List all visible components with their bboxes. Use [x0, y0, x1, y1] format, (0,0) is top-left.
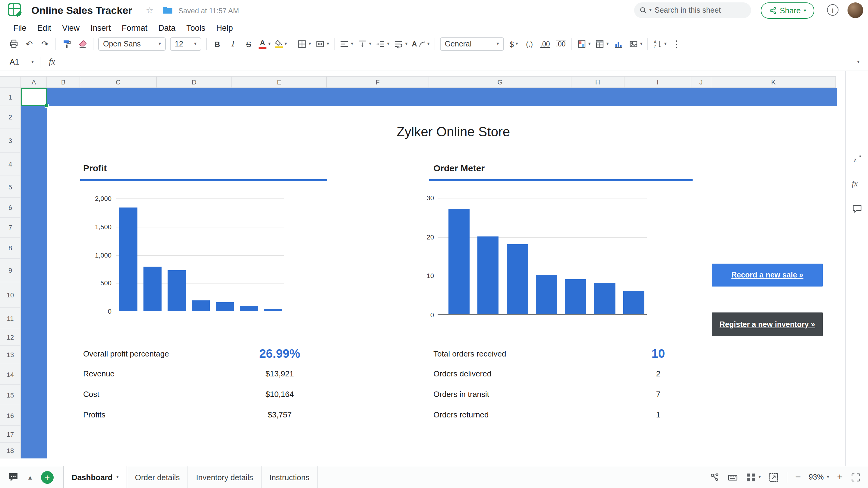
clear-format-button[interactable]	[75, 36, 90, 52]
fullscreen-icon[interactable]	[850, 472, 861, 482]
conditional-format-button[interactable]: ▾	[575, 36, 592, 52]
table-button[interactable]: ▾	[593, 36, 611, 52]
row-header-11[interactable]: 11	[0, 308, 21, 329]
collaborators-icon[interactable]	[710, 472, 720, 482]
number-format-select[interactable]: General ▾	[440, 37, 504, 51]
horizontal-align-button[interactable]: ▾	[338, 36, 355, 52]
increase-decimal-button[interactable]: .00	[553, 36, 568, 52]
bold-button[interactable]: B	[210, 36, 225, 52]
action-button-1[interactable]: Register a new inventory »	[712, 313, 823, 336]
column-header-F[interactable]: F	[327, 76, 429, 88]
insert-chart-button[interactable]	[611, 36, 626, 52]
indent-button[interactable]: ▾	[374, 36, 391, 52]
vertical-align-button[interactable]: ▾	[355, 36, 373, 52]
app-logo-icon[interactable]	[7, 2, 23, 18]
cell-reference-box[interactable]: A1 ▾	[0, 57, 40, 66]
row-header-18[interactable]: 18	[0, 443, 21, 458]
selected-cell-a1[interactable]	[21, 88, 47, 106]
columnA-blue-fill[interactable]	[21, 88, 47, 458]
fit-selection-icon[interactable]	[769, 472, 779, 482]
sort-button[interactable]: AZ ▾	[651, 36, 669, 52]
add-sheet-button[interactable]: +	[41, 471, 54, 484]
active-tab-caret-icon[interactable]: ▾	[116, 475, 119, 480]
column-header-B[interactable]: B	[47, 76, 80, 88]
document-title[interactable]: Online Sales Tracker	[31, 5, 132, 17]
column-header-C[interactable]: C	[80, 76, 157, 88]
text-rotation-button[interactable]: A ▾	[410, 36, 431, 52]
redo-button[interactable]: ↷	[37, 36, 53, 52]
currency-format-button[interactable]: $ ▾	[506, 36, 521, 52]
menu-format[interactable]: Format	[116, 22, 153, 33]
font-family-select[interactable]: Open Sans ▾	[98, 37, 166, 51]
menu-data[interactable]: Data	[153, 22, 181, 33]
search-input[interactable]	[653, 5, 746, 15]
thousands-separator-button[interactable]: (,)	[522, 36, 537, 52]
row1-blue-fill[interactable]	[21, 88, 837, 106]
row-header-17[interactable]: 17	[0, 426, 21, 443]
column-header-H[interactable]: H	[571, 76, 624, 88]
formula-input[interactable]	[64, 57, 849, 67]
italic-button[interactable]: I	[225, 36, 241, 52]
column-header-I[interactable]: I	[624, 76, 691, 88]
row-header-1[interactable]: 1	[0, 88, 21, 106]
comments-panel-icon[interactable]	[852, 203, 863, 214]
wrap-text-button[interactable]: ▾	[392, 36, 409, 52]
fill-color-button[interactable]: ▾	[273, 36, 289, 52]
collapse-toolbar-icon[interactable]: ▲	[27, 474, 33, 481]
move-to-folder-icon[interactable]	[163, 5, 173, 15]
zoom-in-button[interactable]: +	[837, 472, 843, 483]
column-header-G[interactable]: G	[429, 76, 571, 88]
row-header-7[interactable]: 7	[0, 218, 21, 238]
menu-view[interactable]: View	[57, 22, 85, 33]
row-header-2[interactable]: 2	[0, 106, 21, 128]
formula-bar-expand-caret-icon[interactable]: ▾	[857, 59, 860, 64]
print-button[interactable]	[6, 36, 21, 52]
search-box[interactable]: ▾	[634, 2, 751, 18]
share-button[interactable]: Share ▾	[761, 2, 814, 19]
borders-button[interactable]: ▾	[296, 36, 313, 52]
strikethrough-button[interactable]: S	[241, 36, 256, 52]
row-header-5[interactable]: 5	[0, 176, 21, 198]
paint-format-button[interactable]	[59, 36, 74, 52]
row-header-15[interactable]: 15	[0, 385, 21, 405]
sheet-tab-inventory-details[interactable]: Inventory details	[188, 466, 261, 488]
user-avatar[interactable]	[847, 2, 863, 18]
sheet-tab-dashboard[interactable]: Dashboard▾	[63, 466, 127, 488]
menu-help[interactable]: Help	[211, 22, 239, 33]
row-header-8[interactable]: 8	[0, 238, 21, 259]
row-header-12[interactable]: 12	[0, 329, 21, 346]
merge-cells-button[interactable]: ▾	[313, 36, 331, 52]
menu-tools[interactable]: Tools	[181, 22, 211, 33]
sheet-tab-order-details[interactable]: Order details	[127, 466, 188, 488]
zoom-out-button[interactable]: −	[795, 472, 801, 483]
row-header-4[interactable]: 4	[0, 153, 21, 176]
sheet-view-button[interactable]: ▾	[746, 472, 761, 482]
column-header-D[interactable]: D	[157, 76, 232, 88]
menu-edit[interactable]: Edit	[32, 22, 57, 33]
column-header-K[interactable]: K	[711, 76, 836, 88]
row-header-3[interactable]: 3	[0, 128, 21, 153]
text-color-button[interactable]: A ▾	[257, 36, 273, 52]
search-options-caret-icon[interactable]: ▾	[649, 8, 652, 13]
row-header-10[interactable]: 10	[0, 282, 21, 308]
selection-fill-handle[interactable]	[44, 104, 49, 108]
action-button-0[interactable]: Record a new sale »	[712, 264, 823, 287]
info-button[interactable]: i	[827, 4, 838, 16]
insert-image-button[interactable]: ▾	[627, 36, 644, 52]
more-tools-button[interactable]: ⋮	[669, 36, 684, 52]
column-header-A[interactable]: A	[21, 76, 47, 88]
keyboard-shortcuts-icon[interactable]	[728, 472, 738, 482]
undo-button[interactable]: ↶	[22, 36, 37, 52]
functions-panel-icon[interactable]: fx	[852, 179, 863, 190]
sheet-tab-instructions[interactable]: Instructions	[261, 466, 318, 488]
zoom-select[interactable]: 93% ▾	[809, 473, 829, 481]
chat-bubble-icon[interactable]	[7, 471, 19, 483]
menu-insert[interactable]: Insert	[85, 22, 116, 33]
select-all-corner[interactable]	[0, 76, 21, 88]
font-size-select[interactable]: 12 ▾	[170, 37, 201, 51]
row-header-6[interactable]: 6	[0, 198, 21, 218]
zia-assistant-icon[interactable]: z	[852, 154, 863, 165]
column-header-J[interactable]: J	[691, 76, 711, 88]
sheet-canvas[interactable]: Zylker Online Store Profit05001,0001,500…	[0, 0, 868, 488]
menu-file[interactable]: File	[8, 22, 32, 33]
